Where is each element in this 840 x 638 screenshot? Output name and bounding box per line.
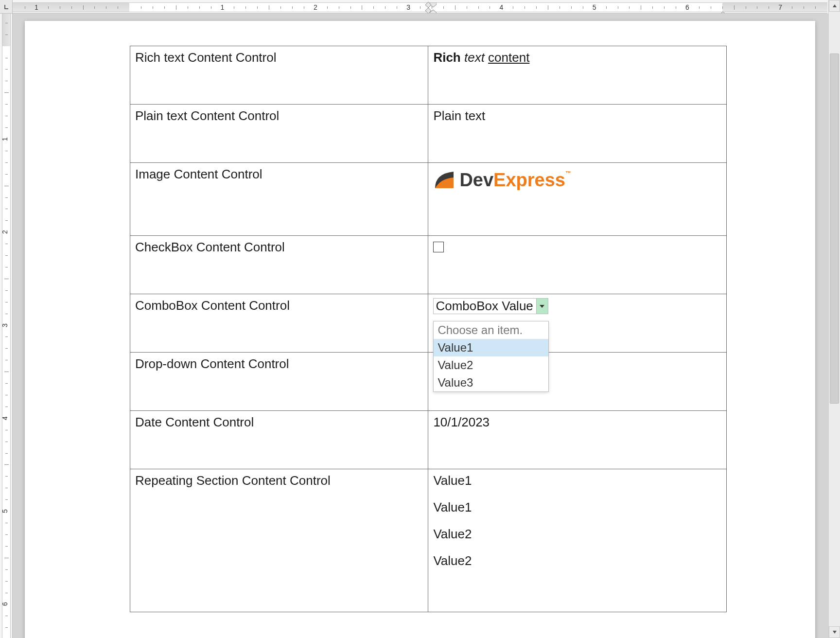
svg-marker-3 (425, 2, 431, 8)
repeating-row-label[interactable]: Repeating Section Content Control (130, 469, 428, 612)
combobox-item[interactable]: Value3 (434, 374, 548, 391)
repeating-content-control[interactable]: Value1Value1Value2Value2 (428, 469, 727, 612)
svg-marker-5 (719, 12, 726, 14)
svg-marker-4 (425, 8, 431, 14)
scrollbar-thumb[interactable] (830, 53, 839, 404)
svg-marker-7 (833, 631, 837, 634)
ruler-column-marker[interactable] (425, 2, 431, 14)
image-content-control[interactable]: DevExpress™ (428, 163, 727, 236)
logo-text-express: Express (493, 170, 565, 190)
combobox-item[interactable]: Value2 (434, 356, 548, 374)
combobox-content-control-cell[interactable]: ComboBox Value Choose an item.Value1Valu… (428, 294, 727, 353)
chevron-down-icon (540, 305, 544, 308)
vertical-scrollbar[interactable] (828, 0, 840, 638)
svg-marker-8 (540, 305, 544, 308)
document-page[interactable]: Rich text Content Control Rich text cont… (25, 21, 815, 638)
checkbox-unchecked-icon[interactable] (433, 242, 444, 252)
checkbox-row-label[interactable]: CheckBox Content Control (130, 236, 428, 294)
richtext-content-control[interactable]: Rich text content (428, 46, 727, 105)
checkbox-content-control[interactable] (428, 236, 727, 294)
right-indent-marker[interactable] (719, 10, 726, 14)
dropdown-row-label[interactable]: Drop-down Content Control (130, 353, 428, 411)
image-row-label[interactable]: Image Content Control (130, 163, 428, 236)
horizontal-ruler[interactable]: 11234567 (13, 0, 827, 14)
combobox-item-placeholder[interactable]: Choose an item. (434, 321, 548, 339)
svg-marker-6 (833, 4, 837, 7)
plaintext-row-label[interactable]: Plain text Content Control (130, 105, 428, 163)
logo-text-dev: Dev (459, 170, 493, 190)
combobox-dropdown-list[interactable]: Choose an item.Value1Value2Value3 (433, 321, 549, 392)
vertical-ruler[interactable]: 123456 (0, 14, 13, 638)
logo-tm: ™ (565, 170, 571, 177)
plaintext-content-control[interactable]: Plain text (428, 105, 727, 163)
scroll-up-button[interactable] (829, 0, 840, 12)
combobox-dropdown-button[interactable] (536, 299, 548, 314)
repeating-item-value[interactable]: Value2 (433, 527, 721, 542)
combobox-row-label[interactable]: ComboBox Content Control (130, 294, 428, 353)
combobox-selected-value[interactable]: ComboBox Value (436, 299, 536, 314)
repeating-item-value[interactable]: Value2 (433, 553, 721, 568)
devexpress-logo-mark-icon (433, 169, 455, 191)
ruler-corner-tabstop-selector[interactable] (0, 0, 13, 14)
combobox-content-control[interactable]: ComboBox Value Choose an item.Value1Valu… (433, 298, 548, 314)
combobox-item[interactable]: Value1 (434, 339, 548, 356)
richtext-bold-part: Rich (433, 50, 464, 65)
repeating-item-value[interactable]: Value1 (433, 500, 721, 515)
devexpress-logo: DevExpress™ (433, 169, 571, 191)
scroll-down-button[interactable] (829, 626, 840, 638)
date-content-control[interactable]: 10/1/2023 (428, 411, 727, 469)
document-viewport[interactable]: Rich text Content Control Rich text cont… (13, 14, 828, 638)
date-row-label[interactable]: Date Content Control (130, 411, 428, 469)
repeating-item-value[interactable]: Value1 (433, 473, 721, 488)
richtext-italic-part: text (464, 50, 488, 65)
richtext-row-label[interactable]: Rich text Content Control (130, 46, 428, 105)
richtext-underline-part: content (488, 50, 529, 65)
content-controls-table: Rich text Content Control Rich text cont… (130, 46, 727, 612)
